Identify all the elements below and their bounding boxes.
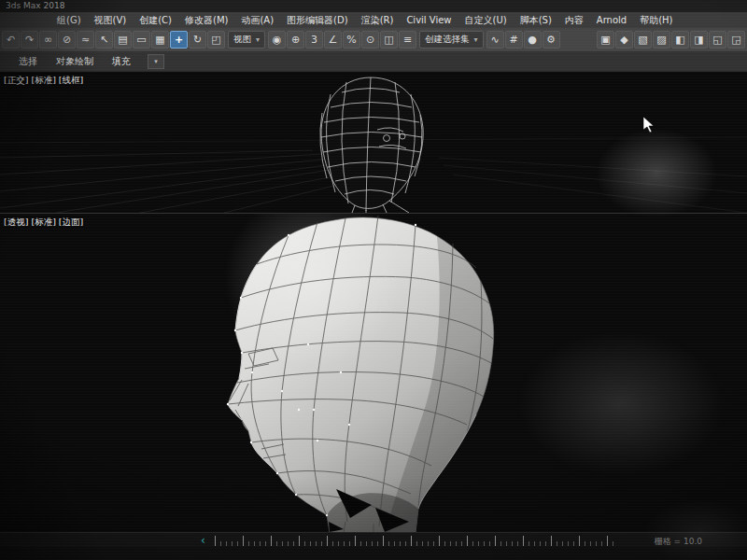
chevron-down-icon: ▾	[256, 35, 260, 44]
viewport-orthographic[interactable]: [正交] [标准] [线框]	[0, 71, 747, 213]
viewport-shading-label[interactable]: [边面]	[59, 217, 83, 229]
menu-item-scripting[interactable]: 脚本(S)	[514, 14, 558, 27]
ribbon-more-dropdown[interactable]: ▾	[148, 54, 164, 69]
window-crossing-icon[interactable]: ▦	[151, 31, 169, 49]
viewport-layout-icon-1[interactable]: ◱	[709, 31, 726, 49]
menu-item-customize[interactable]: 自定义(U)	[458, 14, 514, 27]
named-selection-set-dropdown[interactable]: 创建选择集 ▾	[419, 31, 484, 49]
workspace-icon-1[interactable]: ▧	[634, 31, 652, 49]
viewport-perspective[interactable]: [透视] [标准] [边面]	[0, 213, 747, 533]
menu-item-group[interactable]: 组(G)	[50, 14, 88, 27]
select-and-scale-icon[interactable]: ◰	[207, 31, 225, 49]
redo-icon[interactable]: ↷	[21, 31, 38, 49]
timeline-ticks[interactable]	[215, 536, 616, 546]
undo-icon[interactable]: ↶	[2, 31, 20, 49]
select-and-link-icon[interactable]: ∞	[39, 31, 57, 49]
viewport-layout-icon-2[interactable]: ◲	[727, 31, 745, 49]
menu-bar: 组(G) 视图(V) 创建(C) 修改器(M) 动画(A) 图形编辑器(D) 渲…	[0, 12, 747, 28]
wireframe-head-mesh	[320, 77, 423, 213]
menu-item-animation[interactable]: 动画(A)	[234, 14, 280, 27]
reference-coordsys-value: 视图	[233, 34, 251, 46]
rectangular-selection-region-icon[interactable]: ▭	[133, 31, 150, 49]
named-selection-set-value: 创建选择集	[425, 34, 470, 46]
chevron-down-icon: ▾	[474, 35, 478, 44]
menu-item-views[interactable]: 视图(V)	[88, 14, 134, 27]
menu-item-help[interactable]: 帮助(H)	[633, 14, 679, 27]
time-slider-marker[interactable]: ‹	[201, 533, 205, 548]
main-toolbar: ↶ ↷ ∞ ⊘ ≈ ↖ ▤ ▭ ▦ + ↻ ◰ 视图 ▾ ◉ ⊕ 3 ∠ % ⊙…	[0, 28, 747, 51]
mirror-icon[interactable]: ◫	[380, 31, 398, 49]
select-and-move-icon[interactable]: +	[170, 31, 188, 49]
workspace-icon-4[interactable]: ◨	[690, 31, 708, 49]
viewport-renderer-label[interactable]: [标准]	[31, 217, 55, 229]
rendered-frame-icon[interactable]: ▣	[597, 31, 614, 49]
menu-item-modifiers[interactable]: 修改器(M)	[178, 14, 234, 27]
3ds-max-window: 3ds Max 2018 组(G) 视图(V) 创建(C) 修改器(M) 动画(…	[0, 0, 747, 560]
viewport-bottom-canvas	[0, 214, 747, 533]
toolbar-right-cluster: ▣ ◆ ▧ ▨ ◧ ◨ ◱ ◲	[597, 31, 745, 49]
menu-item-graph-editors[interactable]: 图形编辑器(D)	[280, 14, 355, 27]
menu-item-civil-view[interactable]: Civil View	[400, 15, 458, 25]
workspace-icon-3[interactable]: ◧	[671, 31, 689, 49]
select-and-manipulate-icon[interactable]: ⊕	[287, 31, 304, 49]
menu-item-rendering[interactable]: 渲染(R)	[355, 14, 401, 27]
timeline-ruler[interactable]: ‹ 栅格 = 10.0	[0, 532, 747, 548]
viewport-shading-label[interactable]: [线框]	[59, 75, 83, 87]
viewport-top-label: [正交] [标准] [线框]	[4, 75, 83, 87]
ribbon-tab-object-paint[interactable]: 对象绘制	[47, 53, 103, 70]
material-editor-icon[interactable]: ●	[524, 31, 542, 49]
select-by-name-icon[interactable]: ▤	[114, 31, 132, 49]
menu-item-create[interactable]: 创建(C)	[133, 14, 178, 27]
viewport-top-canvas	[0, 72, 747, 213]
viewport-bottom-label: [透视] [标准] [边面]	[4, 217, 83, 229]
menu-item-content[interactable]: 内容	[558, 14, 590, 27]
schematic-view-icon[interactable]: #	[505, 31, 523, 49]
ribbon-tab-select[interactable]: 选择	[9, 53, 47, 70]
viewport-renderer-label[interactable]: [标准]	[31, 75, 55, 87]
render-production-icon[interactable]: ◆	[615, 31, 633, 49]
status-bar	[0, 547, 747, 560]
shaded-head-model	[224, 214, 494, 533]
use-pivot-center-icon[interactable]: ◉	[268, 31, 286, 49]
viewport-projection-label[interactable]: [透视]	[4, 217, 28, 229]
workspace-icon-2[interactable]: ▨	[653, 31, 670, 49]
menu-item-arnold[interactable]: Arnold	[590, 15, 633, 25]
select-object-icon[interactable]: ↖	[95, 31, 113, 49]
curve-editor-icon[interactable]: ∿	[486, 31, 504, 49]
ribbon-tab-populate[interactable]: 填充	[103, 53, 140, 70]
select-and-rotate-icon[interactable]: ↻	[189, 31, 206, 49]
spinner-snap-icon[interactable]: ⊙	[361, 31, 379, 49]
ribbon-tabs: 选择 对象绘制 填充 ▾	[0, 51, 747, 71]
angle-snap-icon[interactable]: ∠	[324, 31, 342, 49]
snap-toggle-icon[interactable]: 3	[305, 31, 323, 49]
unlink-selection-icon[interactable]: ⊘	[58, 31, 76, 49]
title-bar[interactable]: 3ds Max 2018	[0, 0, 747, 12]
reference-coordsys-dropdown[interactable]: 视图 ▾	[228, 31, 265, 49]
window-title: 3ds Max 2018	[6, 1, 64, 10]
render-setup-icon[interactable]: ⚙	[543, 31, 560, 49]
bind-to-space-warp-icon[interactable]: ≈	[77, 31, 94, 49]
align-icon[interactable]: ≡	[399, 31, 416, 49]
viewport-projection-label[interactable]: [正交]	[4, 75, 28, 87]
percent-snap-icon[interactable]: %	[343, 31, 360, 49]
